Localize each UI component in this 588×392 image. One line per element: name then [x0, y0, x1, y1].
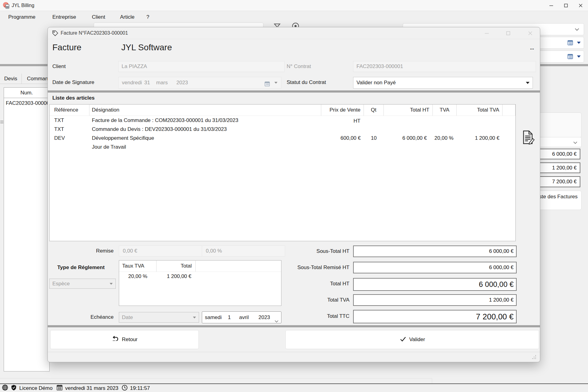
echeance-label: Echéance — [77, 314, 114, 320]
total-ht-field[interactable]: 6 000,00 € — [353, 278, 517, 291]
table-row[interactable]: TXT Commande du Devis : DEV202303-000001… — [50, 125, 515, 134]
maximize-button[interactable] — [559, 0, 573, 11]
splitter-handle[interactable] — [0, 121, 3, 121]
total-ht-label: Total HT — [262, 278, 349, 290]
table-row[interactable]: Jour de Travail — [50, 143, 515, 151]
contract-field[interactable]: FAC202303-000001 — [353, 61, 536, 72]
echeance-mode-dropdown[interactable]: Date — [119, 312, 199, 323]
dropdown-arrow-icon — [577, 42, 581, 44]
cell-ref: DEV — [50, 134, 89, 143]
col-tva[interactable]: TVA — [433, 105, 457, 116]
payment-type-dropdown[interactable]: Espèce — [49, 279, 116, 289]
cell-ref: TXT — [50, 116, 89, 125]
signature-date-label: Date de Signature — [52, 79, 94, 86]
list-header-num[interactable]: Num. — [4, 88, 49, 98]
col-total-ht[interactable]: Total HT — [384, 105, 433, 116]
col-prix-vente[interactable]: Prix de Vente HT — [321, 105, 364, 116]
menu-entreprise[interactable]: Entreprise — [52, 11, 76, 23]
maximize-icon — [506, 31, 511, 36]
calendar-icon — [56, 384, 63, 392]
cell-total-ht — [384, 125, 433, 134]
menu-article[interactable]: Article — [120, 11, 134, 23]
retour-button[interactable]: Retour — [50, 330, 199, 349]
valider-label: Valider — [409, 337, 425, 343]
client-label: Client — [52, 63, 66, 70]
cell-tva: 20,00 % — [433, 134, 457, 143]
background-divider — [0, 378, 432, 379]
app-icon — [3, 2, 10, 10]
table-row[interactable]: TXT Facture de la Commande : COM202303-0… — [50, 116, 515, 125]
date-month: avril — [239, 312, 249, 323]
tva-col-total[interactable]: Total — [156, 261, 196, 272]
total-tva-field[interactable]: 1 200,00 € — [353, 294, 517, 306]
contract-status-value: Valider non Payé — [356, 77, 396, 88]
menu-programme[interactable]: Programme — [8, 11, 36, 23]
statusbar: Licence Démo vendredi 31 mars 2023 19:11… — [0, 383, 588, 392]
remise-label: Remise — [66, 248, 114, 254]
valider-button[interactable]: Valider — [285, 330, 539, 349]
menu-help[interactable]: ? — [146, 11, 149, 23]
tag-icon — [52, 30, 58, 38]
client-field[interactable]: La PIAZZA — [118, 61, 285, 72]
dialog-titlebar[interactable]: Facture N°FAC202303-000001 — [48, 27, 540, 39]
tva-summary-table: Taux TVA Total 20,00 % 1 200,00 € — [119, 260, 281, 306]
dropdown-arrow-icon — [193, 317, 196, 318]
remise-amount-field[interactable]: 0,00 € — [119, 245, 203, 257]
splitter-handle[interactable] — [0, 123, 3, 123]
contract-status-dropdown[interactable]: Valider non Payé — [353, 77, 533, 89]
status-time: 19:11:57 — [130, 385, 150, 391]
close-icon — [579, 3, 583, 8]
articles-table: Référence Désignation Prix de Vente HT Q… — [49, 104, 516, 241]
dialog-minimize-button[interactable] — [477, 27, 496, 39]
signature-date-picker[interactable]: vendredi 31 mars 2023 — [118, 77, 281, 89]
soustotal-remise-ht-field[interactable]: 6 000,00 € — [353, 262, 517, 273]
table-row[interactable]: DEV Développement Spécifique 600,00 € 10… — [50, 134, 515, 143]
total-ttc-field[interactable]: 7 200,00 € — [353, 310, 517, 323]
undo-icon — [111, 335, 119, 344]
dropdown-arrow-icon — [526, 82, 530, 84]
col-qt[interactable]: Qt — [364, 105, 384, 116]
maximize-icon — [564, 3, 568, 8]
soustotal-remise-ht-label: Sous-Total Remisé HT — [262, 262, 349, 273]
cell-tva — [433, 143, 457, 151]
cell-qty — [364, 116, 384, 125]
col-reference[interactable]: Référence — [50, 105, 89, 116]
resize-grip[interactable] — [532, 355, 537, 361]
col-spacer — [503, 105, 515, 116]
calendar-icon — [567, 53, 573, 61]
calendar-icon — [264, 80, 270, 91]
tab-devis[interactable]: Devis — [0, 74, 22, 84]
close-button[interactable] — [573, 0, 588, 11]
cell-price — [321, 143, 364, 151]
date-day: 31 — [144, 77, 150, 88]
cell-total-tva: 1 200,00 € — [457, 134, 503, 143]
cell-ref: TXT — [50, 125, 89, 134]
dialog-close-button[interactable] — [521, 27, 539, 39]
cell-total-ht — [384, 116, 433, 125]
background-invoice-list: Num. FAC202303-000001 — [4, 87, 50, 371]
col-designation[interactable]: Désignation — [89, 105, 321, 116]
articles-section-title: Liste des articles — [52, 95, 95, 101]
check-icon — [399, 335, 407, 344]
chevron-down-icon — [573, 140, 578, 146]
list-item[interactable]: FAC202303-000001 — [4, 98, 49, 108]
soustotal-ht-field[interactable]: 6 000,00 € — [353, 245, 517, 257]
minimize-button[interactable] — [544, 0, 559, 11]
status-date: vendredi 31 mars 2023 — [65, 385, 119, 391]
date-weekday: samedi — [205, 312, 222, 323]
tva-col-rate[interactable]: Taux TVA — [119, 261, 156, 272]
tva-total-value[interactable]: 1 200,00 € — [156, 272, 196, 281]
cell-designation: Développement Spécifique — [89, 134, 321, 143]
cell-total-tva — [457, 125, 503, 134]
tva-rate-value[interactable]: 20,00 % — [119, 272, 156, 281]
menu-client[interactable]: Client — [92, 11, 105, 23]
edit-document-icon[interactable] — [520, 130, 536, 146]
license-text: Licence Démo — [19, 385, 53, 391]
cell-total-ht — [384, 143, 433, 151]
contract-status-label: Statut du Contrat — [287, 79, 326, 86]
col-total-tva[interactable]: Total TVA — [457, 105, 503, 116]
chevron-down-icon — [575, 27, 579, 32]
cell-total-ht: 6 000,00 € — [384, 134, 433, 143]
soustotal-ht-label: Sous-Total HT — [262, 245, 349, 257]
dialog-maximize-button[interactable] — [499, 27, 517, 39]
